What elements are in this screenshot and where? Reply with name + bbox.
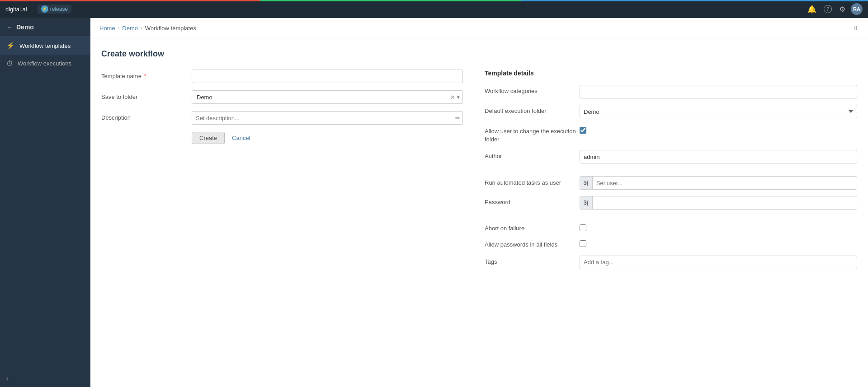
template-name-input[interactable]	[192, 70, 463, 83]
run-automated-tasks-prefix: ${	[580, 177, 593, 189]
sidebar-title: Demo	[16, 23, 34, 31]
spacer2	[485, 216, 857, 222]
help-button[interactable]: ?	[822, 3, 834, 15]
settings-icon: ⚙	[839, 5, 845, 14]
author-row: Author	[485, 150, 857, 163]
password-prefix: ${	[580, 196, 593, 209]
brand-name: digital.ai	[5, 6, 27, 13]
top-accent-bar	[0, 0, 868, 1]
default-execution-folder-select[interactable]: Demo Default	[580, 105, 857, 118]
breadcrumb-sep-1: ›	[118, 25, 120, 31]
create-button[interactable]: Create	[192, 132, 225, 144]
save-to-folder-label: Save to folder	[101, 90, 192, 100]
description-label: Description	[101, 111, 192, 121]
page-title: Create workflow	[101, 49, 857, 59]
settings-button[interactable]: ⚙	[837, 3, 847, 15]
save-to-folder-select-wrapper: Demo ✕ ▾	[192, 90, 463, 104]
run-automated-tasks-input-wrapper: ${	[580, 176, 857, 190]
page-help-icon[interactable]: ⏸	[853, 24, 859, 32]
default-execution-folder-label: Default execution folder	[485, 105, 580, 114]
password-label: Password	[485, 196, 580, 205]
run-automated-tasks-row: Run automated tasks as user ${	[485, 176, 857, 190]
workflow-categories-input[interactable]	[580, 85, 857, 98]
release-icon: ⚡	[41, 5, 48, 13]
tags-label: Tags	[485, 256, 580, 265]
allow-user-change-label: Allow user to change the execution folde…	[485, 125, 580, 144]
allow-passwords-value	[580, 238, 857, 247]
save-to-folder-row: Save to folder Demo ✕ ▾	[101, 90, 463, 104]
required-marker: *	[144, 73, 146, 79]
sidebar-item-label: Workflow templates	[19, 42, 71, 49]
run-automated-tasks-value: ${	[580, 176, 857, 190]
allow-user-change-value	[580, 125, 857, 134]
workflow-categories-value	[580, 85, 857, 98]
default-execution-folder-value: Demo Default	[580, 105, 857, 118]
breadcrumb-demo[interactable]: Demo	[122, 25, 138, 32]
author-input[interactable]	[580, 150, 857, 163]
run-automated-tasks-label: Run automated tasks as user	[485, 176, 580, 187]
sidebar-navigation: ⚡ Workflow templates ⏱ Workflow executio…	[0, 37, 90, 369]
tags-input[interactable]	[580, 256, 857, 269]
save-to-folder-clear-icon[interactable]: ✕	[448, 94, 457, 101]
save-to-folder-chevron-icon[interactable]: ▾	[457, 94, 460, 100]
sidebar-item-workflow-executions[interactable]: ⏱ Workflow executions	[0, 55, 90, 72]
template-details-title: Template details	[485, 70, 857, 77]
breadcrumb-home[interactable]: Home	[99, 25, 115, 32]
allow-user-change-checkbox[interactable]	[580, 127, 586, 134]
main-content: Home › Demo › Workflow templates ⏸ Creat…	[90, 18, 868, 387]
collapse-icon: ‹	[6, 375, 8, 382]
brand-logo: digital.ai . ⚡ release	[5, 5, 71, 14]
description-edit-icon[interactable]: ✏	[455, 115, 460, 121]
abort-on-failure-row: Abort on failure	[485, 222, 857, 232]
template-name-label: Template name *	[101, 70, 192, 79]
abort-on-failure-checkbox[interactable]	[580, 224, 586, 231]
sidebar-item-label: Workflow executions	[18, 60, 71, 67]
sidebar: ← Demo ⚡ Workflow templates ⏱ Workflow e…	[0, 18, 90, 387]
password-input-wrapper: ${	[580, 196, 857, 210]
save-to-folder-value: Demo	[195, 94, 448, 101]
author-value	[580, 150, 857, 163]
workflow-categories-label: Workflow categories	[485, 85, 580, 94]
notifications-button[interactable]: 🔔	[806, 3, 818, 15]
top-navbar: digital.ai . ⚡ release 🔔 ? ⚙ RA	[0, 0, 868, 18]
sidebar-collapse-button[interactable]: ‹	[0, 369, 90, 387]
run-automated-tasks-input[interactable]	[593, 177, 857, 189]
sidebar-header[interactable]: ← Demo	[0, 18, 90, 37]
breadcrumb-sep-2: ›	[141, 25, 142, 31]
template-details-column: Template details Workflow categories Def…	[485, 70, 857, 275]
form-layout: Template name * Save to folder Demo ✕	[101, 70, 857, 275]
abort-on-failure-label: Abort on failure	[485, 222, 580, 232]
page-body: Create workflow Template name * Save	[90, 38, 868, 387]
main-layout: ← Demo ⚡ Workflow templates ⏱ Workflow e…	[0, 18, 868, 387]
password-value: ${	[580, 196, 857, 210]
author-label: Author	[485, 150, 580, 159]
sidebar-item-workflow-templates[interactable]: ⚡ Workflow templates	[0, 37, 90, 55]
product-name: release	[50, 6, 68, 12]
spacer	[485, 170, 857, 176]
workflow-templates-icon: ⚡	[6, 42, 15, 50]
description-input-wrapper: ✏	[192, 111, 463, 125]
default-execution-folder-row: Default execution folder Demo Default	[485, 105, 857, 118]
allow-passwords-label: Allow passwords in all fields	[485, 238, 580, 249]
workflow-executions-icon: ⏱	[6, 60, 13, 67]
cancel-button[interactable]: Cancel	[228, 132, 254, 144]
tags-value	[580, 256, 857, 269]
tags-row: Tags	[485, 256, 857, 269]
description-input[interactable]	[192, 111, 463, 125]
back-arrow-icon: ←	[6, 23, 13, 31]
allow-user-change-row: Allow user to change the execution folde…	[485, 125, 857, 144]
help-icon: ?	[824, 5, 832, 13]
allow-passwords-checkbox[interactable]	[580, 240, 586, 247]
template-name-row: Template name *	[101, 70, 463, 83]
save-to-folder-select[interactable]: Demo ✕ ▾	[192, 90, 463, 104]
user-avatar[interactable]: RA	[851, 3, 863, 15]
password-input[interactable]	[593, 196, 857, 209]
form-buttons: Create Cancel	[101, 132, 463, 144]
workflow-categories-row: Workflow categories	[485, 85, 857, 98]
breadcrumb-current: Workflow templates	[145, 25, 196, 32]
navbar-actions: 🔔 ? ⚙ RA	[806, 3, 863, 15]
breadcrumb: Home › Demo › Workflow templates ⏸	[90, 18, 868, 38]
notifications-icon: 🔔	[807, 5, 816, 14]
allow-passwords-row: Allow passwords in all fields	[485, 238, 857, 249]
password-row: Password ${	[485, 196, 857, 210]
